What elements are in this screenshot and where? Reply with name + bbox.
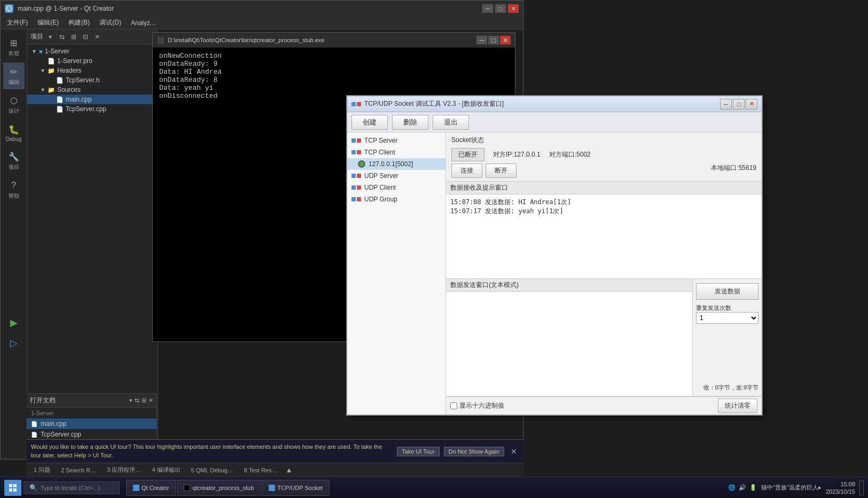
data-receive-header: 数据接收及提示窗口 bbox=[446, 182, 762, 194]
maximize-button[interactable]: □ bbox=[495, 4, 506, 13]
sidebar-item-welcome[interactable]: ⊞ 欢迎 bbox=[3, 34, 25, 60]
repeat-label: 重复发送次数 bbox=[696, 304, 758, 312]
open-file-tcpservercpp[interactable]: 📄 TcpServer.cpp bbox=[27, 429, 157, 440]
network-icon: 🌐 bbox=[728, 484, 736, 491]
project-filter-button[interactable]: ▾ bbox=[45, 32, 55, 42]
disconnect-button[interactable]: 断开 bbox=[486, 164, 517, 178]
sidebar-item-edit[interactable]: ✏ 编辑 bbox=[3, 63, 25, 89]
send-data-button[interactable]: 发送数据 bbox=[696, 283, 758, 300]
tcp-tree-server[interactable]: TCP Server bbox=[347, 135, 445, 146]
taskbar-app-tcp[interactable]: TCP/UDP Socket bbox=[262, 480, 330, 496]
show-desktop-button[interactable] bbox=[859, 480, 864, 495]
terminal-maximize[interactable]: □ bbox=[488, 36, 499, 44]
exit-button[interactable]: 退出 bbox=[433, 115, 469, 130]
tree-item-sources[interactable]: ▾ 📁 Sources bbox=[27, 85, 158, 95]
qt-bottom-tabs: 1 问题 2 Search R… 3 应用程序… 4 编译输出 5 QML De… bbox=[27, 463, 523, 477]
tcp-tree-udp-group[interactable]: UDP Group bbox=[347, 193, 445, 205]
tree-label-sources: Sources bbox=[57, 86, 81, 94]
terminal-minimize[interactable]: ─ bbox=[476, 36, 487, 44]
tcp-titlebar: TCP/UDP Socket 调试工具 V2.3 - [数据收发窗口] ─ □ … bbox=[347, 96, 762, 112]
svg-rect-5 bbox=[13, 488, 17, 492]
create-button[interactable]: 创建 bbox=[351, 115, 388, 130]
tab-test-results[interactable]: 8 Test Res… bbox=[239, 465, 283, 475]
open-file-maincpp[interactable]: 📄 main.cpp bbox=[27, 418, 157, 429]
sidebar-item-help[interactable]: ? 帮助 bbox=[3, 176, 25, 203]
connect-button[interactable]: 连接 bbox=[451, 164, 482, 178]
sidebar-item-debug[interactable]: 🐛 Debug bbox=[3, 120, 25, 145]
project-sync-button[interactable]: ⇆ bbox=[57, 32, 67, 42]
menu-edit[interactable]: 编辑(E) bbox=[33, 17, 63, 28]
tree-label-headers: Headers bbox=[57, 67, 81, 74]
tcp-client-label: TCP Client bbox=[364, 149, 395, 156]
file-icon-main: 📄 bbox=[31, 421, 37, 427]
menu-file[interactable]: 文件(F) bbox=[3, 17, 32, 28]
tree-item-tcpserverh[interactable]: 📄 TcpServer.h bbox=[27, 75, 158, 85]
run-button[interactable]: ▶ bbox=[3, 314, 25, 332]
tab-app-output[interactable]: 3 应用程序… bbox=[102, 464, 146, 476]
server-icon: ■ bbox=[39, 48, 43, 55]
tab-issues[interactable]: 1 问题 bbox=[29, 464, 55, 476]
tab-compile[interactable]: 4 编译输出 bbox=[147, 464, 185, 476]
tree-label-tcpserverh: TcpServer.h bbox=[66, 76, 99, 84]
tree-label-server: 1-Server bbox=[45, 48, 69, 55]
tcp-tree-client[interactable]: TCP Client bbox=[347, 146, 445, 158]
file-label-main: main.cpp bbox=[41, 420, 67, 427]
tab-qml-debug[interactable]: 5 QML Debug… bbox=[186, 465, 238, 475]
tcp-close-button[interactable]: ✕ bbox=[746, 99, 757, 110]
debug-run-button[interactable]: ▷ bbox=[3, 334, 25, 352]
open-files-expand[interactable]: ⊞ bbox=[142, 397, 146, 404]
tree-item-pro[interactable]: 📄 1-Server.pro bbox=[27, 56, 158, 66]
tcp-minimize-button[interactable]: ─ bbox=[720, 99, 732, 110]
data-send-textarea[interactable] bbox=[446, 292, 692, 396]
svg-rect-3 bbox=[13, 484, 17, 487]
close-button[interactable]: ✕ bbox=[508, 4, 519, 13]
tabs-expand-button[interactable]: ▲ bbox=[285, 466, 292, 474]
open-files-close[interactable]: ✕ bbox=[148, 397, 153, 404]
ip-circle-icon bbox=[358, 160, 365, 168]
tab-search[interactable]: 2 Search R… bbox=[56, 465, 101, 475]
tree-item-server[interactable]: ▾ ■ 1-Server bbox=[27, 46, 158, 56]
terminal-titlebar: ⬛ D:\install\Qt\Tools\QtCreator\bin\qtcr… bbox=[153, 33, 515, 48]
project-expand-button[interactable]: ⊞ bbox=[69, 32, 79, 42]
project-close-button[interactable]: ✕ bbox=[92, 32, 102, 42]
tcp-maximize-button[interactable]: □ bbox=[733, 99, 745, 110]
data-receive-content[interactable]: 15:07:08 发送数据: HI Andrea[1次] 15:07:17 发送… bbox=[446, 194, 762, 278]
sidebar-label-design: 设计 bbox=[9, 107, 19, 115]
tcp-tree-udp-server[interactable]: UDP Server bbox=[347, 170, 445, 182]
tcp-tree-udp-client[interactable]: UDP Client bbox=[347, 182, 445, 193]
open-files-server-label: 1-Server bbox=[31, 410, 53, 416]
no-show-button[interactable]: Do Not Show Again bbox=[444, 447, 504, 456]
taskbar-app-qt[interactable]: Qt Creator bbox=[126, 480, 176, 496]
receive-line-2: 15:07:17 发送数据: yeah yi[1次] bbox=[450, 207, 757, 216]
repeat-select[interactable]: 1 2 5 10 bbox=[696, 312, 758, 324]
tree-item-tcpservercpp[interactable]: 📄 TcpServer.cpp bbox=[27, 104, 158, 114]
open-files-filter[interactable]: ▾ bbox=[129, 397, 132, 404]
taskbar-search-box[interactable]: 🔍 Type to locate (Ctrl+...) bbox=[24, 481, 120, 494]
clear-stats-button[interactable]: 统计清零 bbox=[718, 399, 757, 413]
taskbar-right: 🌐 🔊 🔋 猫中"贵族"温柔的巨人▸ 15:08 2023/10/15 bbox=[728, 480, 864, 495]
take-tour-button[interactable]: Take UI Tour bbox=[397, 447, 440, 456]
tcp-tree-ip[interactable]: 127.0.0.1[5002] bbox=[347, 158, 445, 170]
open-files-group-label: 1-Server bbox=[27, 408, 157, 418]
qt-title: main.cpp @ 1-Server - Qt Creator bbox=[18, 5, 114, 12]
folder-icon: 📁 bbox=[48, 67, 55, 74]
tree-item-headers[interactable]: ▾ 📁 Headers bbox=[27, 66, 158, 75]
client-icon-1 bbox=[351, 150, 356, 154]
sidebar-item-design[interactable]: ⬡ 设计 bbox=[3, 91, 25, 118]
udp-server-label: UDP Server bbox=[364, 172, 398, 180]
terminal-close[interactable]: ✕ bbox=[500, 36, 511, 44]
menu-debug[interactable]: 调试(D) bbox=[95, 17, 126, 28]
project-collapse-button[interactable]: ⊟ bbox=[81, 32, 90, 42]
delete-button[interactable]: 删除 bbox=[392, 115, 428, 130]
tree-item-maincpp[interactable]: 📄 main.cpp bbox=[27, 95, 158, 104]
tcp-ip-label: 127.0.0.1[5002] bbox=[369, 160, 413, 168]
hex-checkbox[interactable] bbox=[450, 402, 457, 409]
sidebar-item-projects[interactable]: 🔧 项目 bbox=[3, 147, 25, 174]
tour-close-button[interactable]: ✕ bbox=[509, 447, 519, 456]
minimize-button[interactable]: ─ bbox=[482, 4, 493, 13]
menu-analyze[interactable]: Analyz... bbox=[127, 18, 160, 28]
open-files-sync[interactable]: ⇆ bbox=[135, 397, 139, 404]
taskbar-app-terminal[interactable]: qtcreator_process_stub bbox=[177, 480, 261, 496]
menu-build[interactable]: 构建(B) bbox=[64, 17, 94, 28]
start-button[interactable] bbox=[4, 480, 21, 496]
